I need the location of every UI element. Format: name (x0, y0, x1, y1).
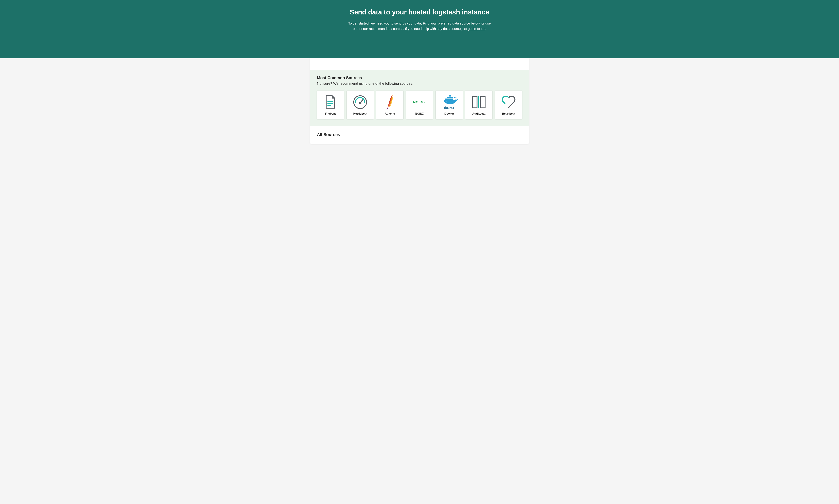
svg-rect-7 (445, 98, 447, 100)
filebeat-icon (319, 94, 342, 110)
svg-rect-14 (449, 95, 451, 96)
svg-rect-13 (451, 97, 453, 98)
svg-rect-21 (478, 96, 479, 108)
tile-label: NGINX (415, 112, 424, 115)
hero-intro-suffix: . (485, 27, 486, 31)
tile-filebeat[interactable]: Filebeat (317, 91, 344, 119)
svg-rect-11 (447, 97, 449, 98)
tile-heartbeat[interactable]: Heartbeat (495, 91, 522, 119)
page-title: Send data to your hosted logstash instan… (3, 8, 836, 16)
tile-apache[interactable]: Apache (376, 91, 404, 119)
common-heading: Most Common Sources (317, 75, 522, 80)
tile-metricbeat[interactable]: Metricbeat (347, 91, 374, 119)
apache-icon (378, 94, 402, 110)
heartbeat-icon (497, 94, 520, 110)
auditbeat-icon (467, 94, 491, 110)
common-subtitle: Not sure? We recommend using one of the … (317, 82, 522, 86)
tile-label: Heartbeat (502, 112, 515, 115)
svg-line-17 (456, 97, 456, 98)
svg-rect-10 (451, 98, 453, 100)
svg-rect-20 (481, 96, 485, 108)
svg-rect-19 (473, 96, 477, 108)
tile-docker[interactable]: docker Docker (435, 91, 463, 119)
metricbeat-icon (348, 94, 372, 110)
svg-line-18 (454, 97, 455, 98)
tile-label: Filebeat (325, 112, 336, 115)
tile-label: Docker (444, 112, 454, 115)
all-sources-heading: All Sources (317, 132, 522, 137)
nginx-icon: NGiıNX (408, 94, 431, 110)
common-tiles: Filebeat Metricbeat (317, 91, 522, 119)
all-sources-section: All Sources (310, 126, 529, 144)
docker-icon: docker (437, 94, 461, 110)
hero-banner: Send data to your hosted logstash instan… (0, 0, 839, 58)
tile-label: Metricbeat (353, 112, 367, 115)
svg-rect-12 (449, 97, 451, 98)
svg-point-15 (446, 102, 447, 102)
tile-label: Apache (385, 112, 395, 115)
tile-auditbeat[interactable]: Auditbeat (465, 91, 493, 119)
common-sources-section: Most Common Sources Not sure? We recomme… (310, 70, 529, 126)
hero-intro: To get started, we need you to send us y… (345, 21, 494, 32)
docker-wordmark: docker (444, 106, 454, 110)
tile-label: Auditbeat (472, 112, 485, 115)
svg-rect-9 (449, 98, 451, 100)
tile-nginx[interactable]: NGiıNX NGINX (406, 91, 433, 119)
svg-rect-8 (447, 98, 449, 100)
get-in-touch-link[interactable]: get in touch (468, 27, 485, 31)
